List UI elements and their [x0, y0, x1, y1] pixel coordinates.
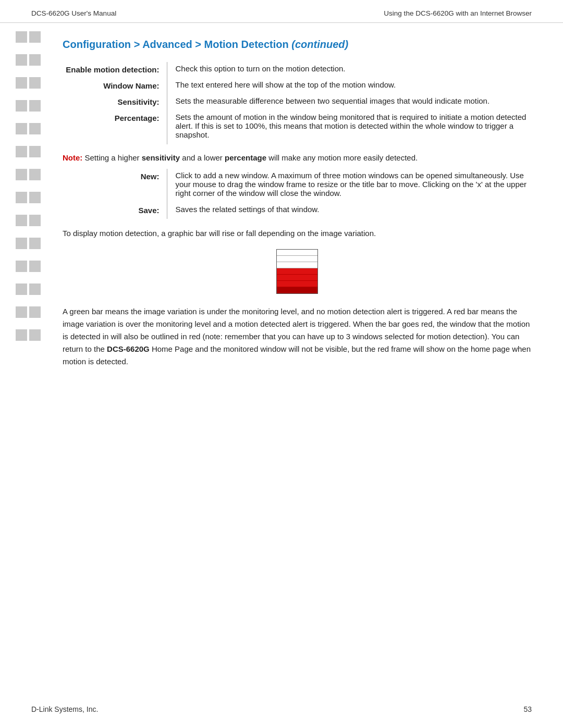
def-row: Sensitivity:Sets the measurable differen… [63, 94, 532, 110]
sidebar-square [16, 146, 27, 157]
bar-intro: To display motion detection, a graphic b… [63, 227, 532, 240]
sidebar-square [29, 215, 41, 226]
sidebar-square [16, 123, 27, 134]
sq-row [16, 146, 41, 157]
sidebar-square [29, 329, 41, 341]
sidebar-square [29, 306, 41, 318]
sidebar-square [16, 169, 27, 180]
page-footer: D-Link Systems, Inc. 53 [31, 705, 532, 713]
sq-row [16, 283, 41, 295]
bar-row-empty-1 [277, 250, 317, 256]
sidebar-square [29, 77, 41, 89]
sq-row [16, 329, 41, 341]
title-continued: (continued) [289, 39, 348, 50]
def-description: Sets the measurable difference between t… [167, 94, 532, 110]
sidebar-square [16, 238, 27, 249]
note-paragraph: Note: Setting a higher sensitivity and a… [63, 152, 532, 164]
def-label: Save: [63, 203, 167, 219]
bar-description: A green bar means the image variation is… [63, 305, 532, 368]
sq-spacer [16, 297, 41, 306]
sidebar-square [16, 215, 27, 226]
sidebar-square [16, 77, 27, 89]
def-row: New:Click to add a new window. A maximum… [63, 169, 532, 203]
sq-row [16, 31, 41, 43]
sq-row [16, 123, 41, 134]
sq-row [16, 215, 41, 226]
main-content: Configuration > Advanced > Motion Detect… [63, 23, 532, 368]
bar-row-red-1 [277, 268, 317, 275]
sidebar-square [29, 31, 41, 43]
sidebar-square [29, 100, 41, 112]
sidebar-square [29, 283, 41, 295]
sq-row [16, 100, 41, 112]
bar-graphic [276, 249, 318, 294]
note-text3: will make any motion more easily detecte… [266, 153, 418, 162]
def-row: Save:Saves the related settings of that … [63, 203, 532, 219]
sq-spacer [16, 137, 41, 146]
page-header: DCS-6620G User's Manual Using the DCS-66… [0, 0, 563, 23]
sq-spacer [16, 251, 41, 261]
def-row: Window Name:The text entered here will s… [63, 78, 532, 94]
sidebar-square [16, 306, 27, 318]
header-right: Using the DCS-6620G with an Internet Bro… [384, 9, 532, 17]
sidebar-square [29, 54, 41, 66]
sidebar-square [29, 146, 41, 157]
header-left: DCS-6620G User's Manual [31, 9, 116, 17]
def-description: Saves the related settings of that windo… [167, 203, 532, 219]
sidebar-square [16, 261, 27, 272]
bar-row-red-3 [277, 281, 317, 287]
def-description: Click to add a new window. A maximum of … [167, 169, 532, 203]
sq-spacer [16, 320, 41, 329]
note-bold2: percentage [225, 153, 266, 162]
sq-spacer [16, 159, 41, 169]
sidebar-square [16, 54, 27, 66]
sidebar-square [29, 169, 41, 180]
footer-right: 53 [523, 705, 532, 713]
note-text1: Setting a higher [82, 153, 141, 162]
sq-row [16, 169, 41, 180]
def-label: New: [63, 169, 167, 203]
definition-table-1: Enable motion detection:Check this optio… [63, 62, 532, 144]
sidebar-square [29, 192, 41, 203]
sq-spacer [16, 45, 41, 54]
footer-left: D-Link Systems, Inc. [31, 705, 98, 713]
sq-spacer [16, 182, 41, 192]
def-label: Enable motion detection: [63, 62, 167, 78]
def-label: Window Name: [63, 78, 167, 94]
def-label: Percentage: [63, 110, 167, 144]
sidebar-square [16, 283, 27, 295]
bar-row-red-2 [277, 275, 317, 281]
sidebar-square [29, 261, 41, 272]
sidebar-square [29, 123, 41, 134]
def-description: The text entered here will show at the t… [167, 78, 532, 94]
sq-row [16, 192, 41, 203]
note-label: Note: [63, 153, 82, 162]
page-title: Configuration > Advanced > Motion Detect… [63, 39, 532, 51]
sidebar-square [16, 329, 27, 341]
sq-spacer [16, 114, 41, 123]
sq-row [16, 261, 41, 272]
sq-row [16, 306, 41, 318]
sq-spacer [16, 91, 41, 100]
definition-table-2: New:Click to add a new window. A maximum… [63, 169, 532, 219]
bar-illustration [63, 249, 532, 294]
sidebar-square [16, 192, 27, 203]
bar-row-dark-red [277, 287, 317, 293]
sq-row [16, 77, 41, 89]
sidebar-square [16, 31, 27, 43]
def-row: Enable motion detection:Check this optio… [63, 62, 532, 78]
def-description: Check this option to turn on the motion … [167, 62, 532, 78]
sq-spacer [16, 68, 41, 77]
note-text2: and a lower [180, 153, 225, 162]
sidebar-square [16, 100, 27, 112]
sq-spacer [16, 274, 41, 283]
sidebar-square [29, 238, 41, 249]
sq-spacer [16, 205, 41, 215]
title-prefix: Configuration > Advanced > Motion Detect… [63, 39, 289, 50]
bar-row-empty-3 [277, 262, 317, 268]
sq-spacer [16, 228, 41, 238]
def-row: Percentage:Sets the amount of motion in … [63, 110, 532, 144]
note-bold1: sensitivity [142, 153, 180, 162]
def-label: Sensitivity: [63, 94, 167, 110]
bar-desc-bold: DCS-6620G [107, 344, 150, 353]
